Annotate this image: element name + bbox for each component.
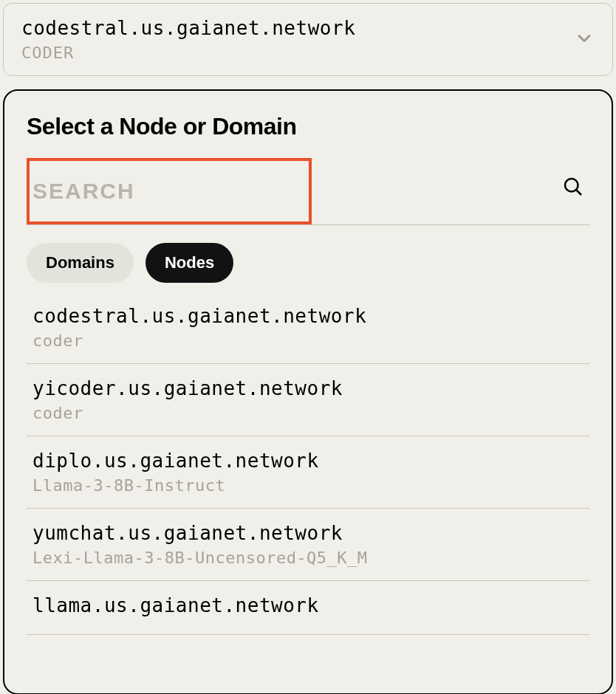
list-item-title: yumchat.us.gaianet.network [32, 522, 584, 544]
search-row [27, 158, 589, 225]
list-item-title: diplo.us.gaianet.network [32, 450, 584, 472]
list-item[interactable]: codestral.us.gaianet.network coder [27, 305, 589, 364]
list-item-title: codestral.us.gaianet.network [32, 305, 584, 327]
search-input[interactable] [30, 161, 309, 221]
tab-group: Domains Nodes [27, 243, 589, 283]
list-item-subtitle: Lexi-Llama-3-8B-Uncensored-Q5_K_M [32, 549, 584, 567]
list-item-subtitle: Llama-3-8B-Instruct [32, 476, 584, 495]
node-list: codestral.us.gaianet.network coder yicod… [27, 305, 589, 635]
chevron-down-icon [574, 28, 595, 52]
list-item[interactable]: llama.us.gaianet.network [27, 581, 589, 635]
dropdown-selected-title: codestral.us.gaianet.network [21, 17, 355, 39]
tab-domains[interactable]: Domains [27, 243, 134, 283]
selection-panel: Select a Node or Domain Domains Nodes co… [3, 89, 613, 694]
list-item[interactable]: yumchat.us.gaianet.network Lexi-Llama-3-… [27, 509, 589, 581]
dropdown-selected-subtitle: CODER [21, 44, 355, 62]
list-item[interactable]: yicoder.us.gaianet.network coder [27, 364, 589, 436]
list-item-subtitle: coder [32, 331, 584, 350]
list-item-title: yicoder.us.gaianet.network [32, 377, 584, 399]
dropdown-selected-text: codestral.us.gaianet.network CODER [21, 17, 355, 62]
panel-title: Select a Node or Domain [27, 113, 589, 140]
search-icon[interactable] [561, 175, 589, 207]
tab-nodes[interactable]: Nodes [146, 243, 233, 283]
dropdown-selector[interactable]: codestral.us.gaianet.network CODER [3, 3, 613, 76]
search-highlight-box [27, 158, 312, 224]
list-item-title: llama.us.gaianet.network [32, 594, 584, 616]
svg-line-1 [576, 190, 581, 194]
list-item-subtitle: coder [32, 404, 584, 422]
list-item[interactable]: diplo.us.gaianet.network Llama-3-8B-Inst… [27, 436, 589, 509]
